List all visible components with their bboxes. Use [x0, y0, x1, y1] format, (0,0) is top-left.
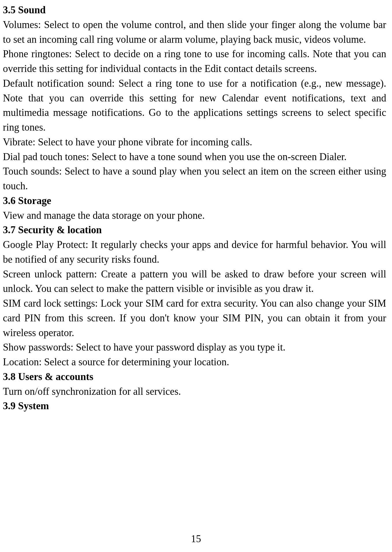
para-playprotect: Google Play Protect: It regularly checks… [3, 238, 386, 267]
para-notification: Default notification sound: Select a rin… [3, 76, 386, 135]
page-number: 15 [0, 533, 392, 545]
heading-security: 3.7 Security & location [3, 223, 386, 238]
heading-storage: 3.6 Storage [3, 194, 386, 208]
document-page: 3.5 Sound Volumes: Select to open the vo… [0, 0, 392, 552]
para-dialpad: Dial pad touch tones: Select to have a t… [3, 150, 386, 164]
para-storage: View and manage the data storage on your… [3, 208, 386, 223]
para-vibrate: Vibrate: Select to have your phone vibra… [3, 135, 386, 150]
para-volumes: Volumes: Select to open the volume contr… [3, 18, 386, 47]
para-ringtones: Phone ringtones: Select to decide on a r… [3, 47, 386, 76]
heading-sound: 3.5 Sound [3, 3, 386, 18]
para-location: Location: Select a source for determinin… [3, 355, 386, 370]
para-users: Turn on/off synchronization for all serv… [3, 384, 386, 399]
para-simlock: SIM card lock settings: Lock your SIM ca… [3, 296, 386, 340]
para-unlock: Screen unlock pattern: Create a pattern … [3, 267, 386, 297]
heading-users: 3.8 Users & accounts [3, 370, 386, 384]
para-passwords: Show passwords: Select to have your pass… [3, 340, 386, 355]
para-touch: Touch sounds: Select to have a sound pla… [3, 164, 386, 194]
heading-system: 3.9 System [3, 399, 386, 414]
